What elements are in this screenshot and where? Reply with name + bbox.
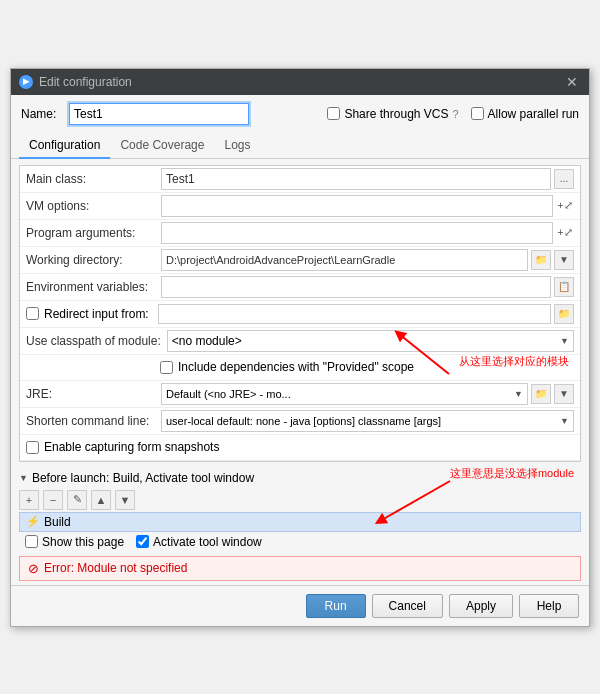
share-vcs-group: Share through VCS ? xyxy=(327,107,458,121)
before-launch-title: Before launch: Build, Activate tool wind… xyxy=(32,471,254,485)
edit-task-button[interactable]: ✎ xyxy=(67,490,87,510)
help-button[interactable]: Help xyxy=(519,594,579,618)
jre-row: JRE: Default (<no JRE> - mo... ▼ 📁 ▼ xyxy=(20,381,580,408)
env-vars-row: Environment variables: 📋 xyxy=(20,274,580,301)
main-class-input[interactable] xyxy=(161,168,551,190)
activate-window-checkbox[interactable] xyxy=(136,535,149,548)
build-label: Build xyxy=(44,515,71,529)
before-launch-header: ▼ Before launch: Build, Activate tool wi… xyxy=(19,468,581,488)
env-vars-browse-button[interactable]: 📋 xyxy=(554,277,574,297)
redirect-browse-button[interactable]: 📁 xyxy=(554,304,574,324)
enable-snapshots-row: Enable capturing form snapshots xyxy=(20,435,580,461)
program-args-row: Program arguments: +⤢ xyxy=(20,220,580,247)
name-row: Name: Share through VCS ? Allow parallel… xyxy=(11,95,589,133)
program-args-input[interactable] xyxy=(161,222,553,244)
build-item[interactable]: ⚡ Build xyxy=(19,512,581,532)
enable-snapshots-label: Enable capturing form snapshots xyxy=(44,440,219,454)
add-task-button[interactable]: + xyxy=(19,490,39,510)
tab-logs[interactable]: Logs xyxy=(214,133,260,159)
edit-configuration-dialog: ▶ Edit configuration ✕ Name: Share throu… xyxy=(10,68,590,627)
show-page-label: Show this page xyxy=(42,535,124,549)
button-row: Run Cancel Apply Help xyxy=(11,585,589,626)
tab-configuration[interactable]: Configuration xyxy=(19,133,110,159)
allow-parallel-checkbox[interactable] xyxy=(471,107,484,120)
tabs-bar: Configuration Code Coverage Logs xyxy=(11,133,589,159)
error-row: ⊘ Error: Module not specified xyxy=(19,556,581,581)
before-launch-toolbar: + − ✎ ▲ ▼ xyxy=(19,488,581,512)
classpath-value: <no module> xyxy=(172,334,242,348)
tab-code-coverage[interactable]: Code Coverage xyxy=(110,133,214,159)
jre-select[interactable]: Default (<no JRE> - mo... ▼ xyxy=(161,383,528,405)
working-dir-input[interactable] xyxy=(161,249,528,271)
jre-label: JRE: xyxy=(26,387,161,401)
working-dir-dropdown-button[interactable]: ▼ xyxy=(554,250,574,270)
cancel-button[interactable]: Cancel xyxy=(372,594,443,618)
error-icon: ⊘ xyxy=(28,561,39,576)
activate-window-label: Activate tool window xyxy=(153,535,262,549)
classpath-select[interactable]: <no module> ▼ xyxy=(167,330,574,352)
share-vcs-label: Share through VCS xyxy=(344,107,448,121)
config-panel: Main class: ... VM options: +⤢ Program a… xyxy=(19,165,581,462)
shorten-dropdown-arrow: ▼ xyxy=(560,416,569,426)
vm-options-row: VM options: +⤢ xyxy=(20,193,580,220)
jre-dropdown-button[interactable]: ▼ xyxy=(554,384,574,404)
remove-task-button[interactable]: − xyxy=(43,490,63,510)
env-vars-label: Environment variables: xyxy=(26,280,161,294)
vm-options-expand-button[interactable]: +⤢ xyxy=(556,197,574,215)
title-bar: ▶ Edit configuration ✕ xyxy=(11,69,589,95)
classpath-row: Use classpath of module: <no module> ▼ xyxy=(20,328,580,355)
redirect-row: Redirect input from: 📁 xyxy=(20,301,580,328)
include-deps-checkbox[interactable] xyxy=(160,361,173,374)
env-vars-input[interactable] xyxy=(161,276,551,298)
shorten-select[interactable]: user-local default: none - java [options… xyxy=(161,410,574,432)
collapse-arrow[interactable]: ▼ xyxy=(19,473,28,483)
build-icon: ⚡ xyxy=(26,515,40,528)
classpath-dropdown-arrow: ▼ xyxy=(560,336,569,346)
show-activate-row: Show this page Activate tool window xyxy=(19,532,581,552)
redirect-checkbox[interactable] xyxy=(26,307,39,320)
apply-button[interactable]: Apply xyxy=(449,594,513,618)
show-page-checkbox[interactable] xyxy=(25,535,38,548)
redirect-label: Redirect input from: xyxy=(44,307,149,321)
main-class-label: Main class: xyxy=(26,172,161,186)
name-input[interactable] xyxy=(69,103,249,125)
program-args-expand-button[interactable]: +⤢ xyxy=(556,224,574,242)
dialog-icon: ▶ xyxy=(19,75,33,89)
run-button[interactable]: Run xyxy=(306,594,366,618)
dialog-title: Edit configuration xyxy=(39,75,132,89)
working-dir-browse-button[interactable]: 📁 xyxy=(531,250,551,270)
vm-options-input[interactable] xyxy=(161,195,553,217)
main-class-row: Main class: ... xyxy=(20,166,580,193)
name-label: Name: xyxy=(21,107,61,121)
help-icon-vcs[interactable]: ? xyxy=(452,108,458,120)
include-deps-label: Include dependencies with "Provided" sco… xyxy=(178,360,414,374)
include-deps-row: Include dependencies with "Provided" sco… xyxy=(20,355,580,381)
jre-browse-button[interactable]: 📁 xyxy=(531,384,551,404)
shorten-value: user-local default: none - java [options… xyxy=(166,415,441,427)
vm-options-label: VM options: xyxy=(26,199,161,213)
redirect-input[interactable] xyxy=(158,304,551,324)
share-vcs-checkbox[interactable] xyxy=(327,107,340,120)
jre-dropdown-arrow: ▼ xyxy=(514,389,523,399)
allow-parallel-group: Allow parallel run xyxy=(471,107,579,121)
move-down-button[interactable]: ▼ xyxy=(115,490,135,510)
shorten-row: Shorten command line: user-local default… xyxy=(20,408,580,435)
allow-parallel-label: Allow parallel run xyxy=(488,107,579,121)
error-text: Error: Module not specified xyxy=(44,561,187,575)
move-up-button[interactable]: ▲ xyxy=(91,490,111,510)
classpath-label: Use classpath of module: xyxy=(26,334,167,348)
jre-value: Default (<no JRE> - mo... xyxy=(166,388,291,400)
enable-snapshots-checkbox[interactable] xyxy=(26,441,39,454)
program-args-label: Program arguments: xyxy=(26,226,161,240)
shorten-label: Shorten command line: xyxy=(26,414,161,428)
working-dir-label: Working directory: xyxy=(26,253,161,267)
main-class-browse-button[interactable]: ... xyxy=(554,169,574,189)
working-dir-row: Working directory: 📁 ▼ xyxy=(20,247,580,274)
close-button[interactable]: ✕ xyxy=(563,74,581,90)
before-launch-section: ▼ Before launch: Build, Activate tool wi… xyxy=(19,468,581,552)
